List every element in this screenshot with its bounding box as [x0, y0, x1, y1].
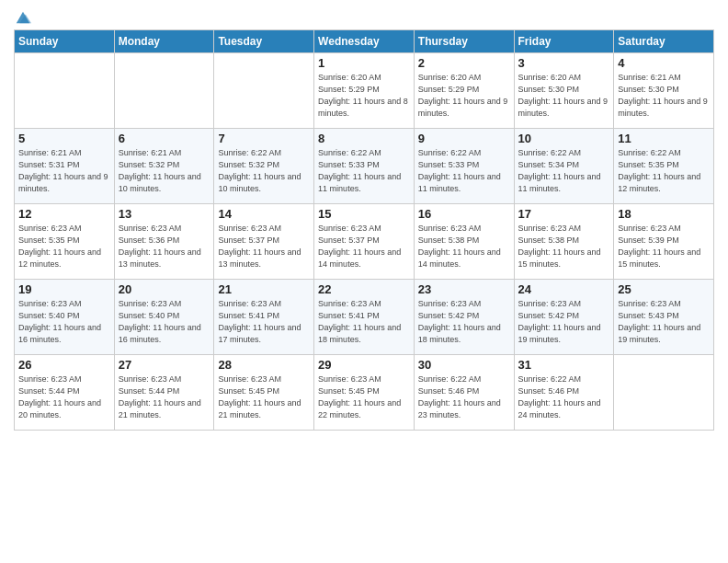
- weekday-header-saturday: Saturday: [614, 30, 714, 53]
- day-info: Sunrise: 6:20 AM Sunset: 5:29 PM Dayligh…: [318, 72, 410, 120]
- day-number: 4: [618, 56, 710, 70]
- day-cell: 27Sunrise: 6:23 AM Sunset: 5:44 PM Dayli…: [114, 355, 214, 431]
- week-row-2: 5Sunrise: 6:21 AM Sunset: 5:31 PM Daylig…: [15, 129, 714, 204]
- day-info: Sunrise: 6:23 AM Sunset: 5:37 PM Dayligh…: [318, 223, 410, 270]
- day-cell: 10Sunrise: 6:22 AM Sunset: 5:34 PM Dayli…: [514, 129, 614, 204]
- day-info: Sunrise: 6:23 AM Sunset: 5:35 PM Dayligh…: [18, 223, 110, 270]
- day-number: 5: [18, 132, 110, 145]
- weekday-header-thursday: Thursday: [414, 30, 514, 53]
- week-row-5: 26Sunrise: 6:23 AM Sunset: 5:44 PM Dayli…: [15, 355, 714, 431]
- day-cell: 23Sunrise: 6:23 AM Sunset: 5:42 PM Dayli…: [414, 280, 514, 355]
- day-info: Sunrise: 6:23 AM Sunset: 5:41 PM Dayligh…: [318, 298, 410, 346]
- day-info: Sunrise: 6:20 AM Sunset: 5:30 PM Dayligh…: [518, 72, 610, 120]
- day-cell: 5Sunrise: 6:21 AM Sunset: 5:31 PM Daylig…: [15, 129, 115, 204]
- day-info: Sunrise: 6:23 AM Sunset: 5:42 PM Dayligh…: [418, 298, 510, 346]
- day-number: 21: [218, 282, 310, 296]
- day-info: Sunrise: 6:22 AM Sunset: 5:33 PM Dayligh…: [418, 147, 510, 195]
- week-row-1: 1Sunrise: 6:20 AM Sunset: 5:29 PM Daylig…: [15, 53, 714, 129]
- day-number: 23: [418, 282, 510, 296]
- day-cell: 24Sunrise: 6:23 AM Sunset: 5:42 PM Dayli…: [514, 280, 614, 355]
- day-cell: 13Sunrise: 6:23 AM Sunset: 5:36 PM Dayli…: [114, 204, 214, 280]
- day-info: Sunrise: 6:22 AM Sunset: 5:46 PM Dayligh…: [418, 373, 510, 421]
- day-info: Sunrise: 6:23 AM Sunset: 5:40 PM Dayligh…: [18, 298, 110, 346]
- day-info: Sunrise: 6:21 AM Sunset: 5:31 PM Dayligh…: [18, 147, 110, 195]
- day-cell: [614, 355, 714, 431]
- day-cell: 28Sunrise: 6:23 AM Sunset: 5:45 PM Dayli…: [214, 355, 314, 431]
- day-cell: 16Sunrise: 6:23 AM Sunset: 5:38 PM Dayli…: [414, 204, 514, 280]
- calendar-table: SundayMondayTuesdayWednesdayThursdayFrid…: [14, 29, 714, 431]
- day-number: 1: [318, 56, 410, 70]
- day-cell: 14Sunrise: 6:23 AM Sunset: 5:37 PM Dayli…: [214, 204, 314, 280]
- day-number: 16: [418, 207, 510, 221]
- page-container: SundayMondayTuesdayWednesdayThursdayFrid…: [0, 0, 728, 438]
- day-number: 3: [518, 56, 610, 70]
- day-number: 17: [518, 207, 610, 221]
- day-info: Sunrise: 6:22 AM Sunset: 5:34 PM Dayligh…: [518, 147, 610, 195]
- day-cell: 8Sunrise: 6:22 AM Sunset: 5:33 PM Daylig…: [314, 129, 415, 204]
- day-number: 10: [518, 132, 610, 145]
- day-number: 24: [518, 282, 610, 296]
- day-info: Sunrise: 6:21 AM Sunset: 5:30 PM Dayligh…: [618, 72, 710, 120]
- day-number: 15: [318, 207, 410, 221]
- day-cell: 6Sunrise: 6:21 AM Sunset: 5:32 PM Daylig…: [114, 129, 214, 204]
- weekday-header-monday: Monday: [114, 30, 214, 53]
- day-cell: 17Sunrise: 6:23 AM Sunset: 5:38 PM Dayli…: [514, 204, 614, 280]
- day-number: 20: [119, 282, 210, 296]
- day-info: Sunrise: 6:23 AM Sunset: 5:42 PM Dayligh…: [518, 298, 610, 346]
- day-number: 7: [218, 132, 310, 145]
- weekday-header-tuesday: Tuesday: [214, 30, 314, 53]
- day-cell: 25Sunrise: 6:23 AM Sunset: 5:43 PM Dayli…: [614, 280, 714, 355]
- day-info: Sunrise: 6:23 AM Sunset: 5:38 PM Dayligh…: [518, 223, 610, 270]
- day-info: Sunrise: 6:20 AM Sunset: 5:29 PM Dayligh…: [418, 72, 510, 120]
- day-number: 19: [18, 282, 110, 296]
- day-number: 28: [218, 358, 310, 372]
- day-cell: 2Sunrise: 6:20 AM Sunset: 5:29 PM Daylig…: [414, 53, 514, 129]
- header: [14, 9, 714, 26]
- day-cell: 19Sunrise: 6:23 AM Sunset: 5:40 PM Dayli…: [15, 280, 115, 355]
- day-cell: 15Sunrise: 6:23 AM Sunset: 5:37 PM Dayli…: [314, 204, 415, 280]
- day-number: 6: [119, 132, 210, 145]
- day-number: 26: [18, 358, 110, 372]
- day-number: 30: [418, 358, 510, 372]
- day-number: 27: [119, 358, 210, 372]
- day-cell: 3Sunrise: 6:20 AM Sunset: 5:30 PM Daylig…: [514, 53, 614, 129]
- day-info: Sunrise: 6:21 AM Sunset: 5:32 PM Dayligh…: [119, 147, 210, 195]
- day-info: Sunrise: 6:23 AM Sunset: 5:43 PM Dayligh…: [618, 298, 710, 346]
- day-info: Sunrise: 6:22 AM Sunset: 5:46 PM Dayligh…: [518, 373, 610, 421]
- day-info: Sunrise: 6:23 AM Sunset: 5:44 PM Dayligh…: [18, 373, 110, 421]
- logo-icon: [15, 9, 31, 26]
- day-number: 14: [218, 207, 310, 221]
- day-number: 12: [18, 207, 110, 221]
- day-number: 25: [618, 282, 710, 296]
- day-info: Sunrise: 6:23 AM Sunset: 5:45 PM Dayligh…: [218, 373, 310, 421]
- day-cell: 29Sunrise: 6:23 AM Sunset: 5:45 PM Dayli…: [314, 355, 415, 431]
- weekday-header-sunday: Sunday: [15, 30, 115, 53]
- day-info: Sunrise: 6:23 AM Sunset: 5:44 PM Dayligh…: [119, 373, 210, 421]
- day-info: Sunrise: 6:23 AM Sunset: 5:41 PM Dayligh…: [218, 298, 310, 346]
- day-number: 9: [418, 132, 510, 145]
- day-cell: [214, 53, 314, 129]
- day-cell: 7Sunrise: 6:22 AM Sunset: 5:32 PM Daylig…: [214, 129, 314, 204]
- weekday-header-wednesday: Wednesday: [314, 30, 415, 53]
- day-cell: 20Sunrise: 6:23 AM Sunset: 5:40 PM Dayli…: [114, 280, 214, 355]
- day-cell: 12Sunrise: 6:23 AM Sunset: 5:35 PM Dayli…: [15, 204, 115, 280]
- day-info: Sunrise: 6:23 AM Sunset: 5:38 PM Dayligh…: [418, 223, 510, 270]
- week-row-3: 12Sunrise: 6:23 AM Sunset: 5:35 PM Dayli…: [15, 204, 714, 280]
- day-info: Sunrise: 6:23 AM Sunset: 5:37 PM Dayligh…: [218, 223, 310, 270]
- day-cell: 26Sunrise: 6:23 AM Sunset: 5:44 PM Dayli…: [15, 355, 115, 431]
- day-number: 22: [318, 282, 410, 296]
- day-cell: 1Sunrise: 6:20 AM Sunset: 5:29 PM Daylig…: [314, 53, 415, 129]
- day-number: 29: [318, 358, 410, 372]
- day-number: 31: [518, 358, 610, 372]
- weekday-header-friday: Friday: [514, 30, 614, 53]
- week-row-4: 19Sunrise: 6:23 AM Sunset: 5:40 PM Dayli…: [15, 280, 714, 355]
- day-info: Sunrise: 6:23 AM Sunset: 5:39 PM Dayligh…: [618, 223, 710, 270]
- day-number: 8: [318, 132, 410, 145]
- day-number: 18: [618, 207, 710, 221]
- day-cell: 22Sunrise: 6:23 AM Sunset: 5:41 PM Dayli…: [314, 280, 415, 355]
- day-info: Sunrise: 6:23 AM Sunset: 5:36 PM Dayligh…: [119, 223, 210, 270]
- day-cell: 4Sunrise: 6:21 AM Sunset: 5:30 PM Daylig…: [614, 53, 714, 129]
- day-info: Sunrise: 6:22 AM Sunset: 5:35 PM Dayligh…: [618, 147, 710, 195]
- day-info: Sunrise: 6:22 AM Sunset: 5:33 PM Dayligh…: [318, 147, 410, 195]
- day-number: 2: [418, 56, 510, 70]
